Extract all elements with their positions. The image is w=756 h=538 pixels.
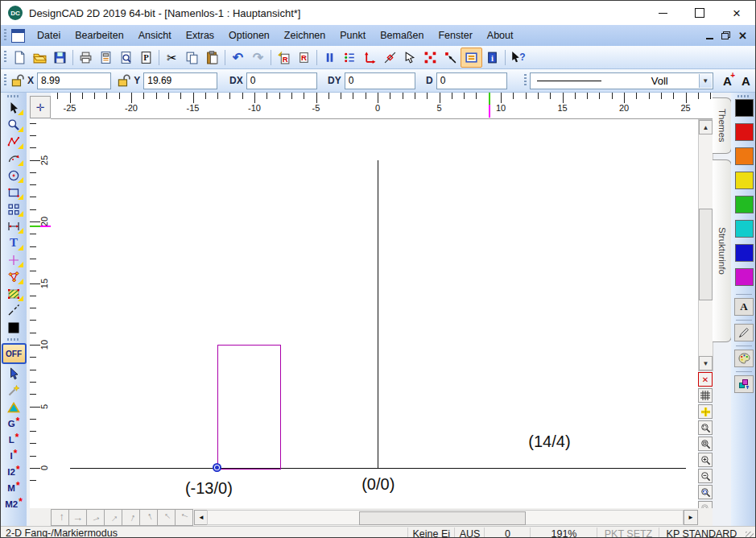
arc-tool-button[interactable] xyxy=(3,150,24,167)
color-swatch[interactable] xyxy=(735,99,754,117)
record-open-button[interactable]: R xyxy=(294,48,314,67)
color-swatch[interactable] xyxy=(735,147,754,165)
print-button[interactable] xyxy=(76,48,96,67)
toolbar-grip[interactable] xyxy=(737,95,750,97)
crosshair-toggle-button[interactable] xyxy=(698,404,713,419)
page-preview-button[interactable] xyxy=(116,48,136,67)
selection-handles-button[interactable] xyxy=(420,48,440,67)
dimension-tool-button[interactable] xyxy=(3,217,24,234)
current-color-button[interactable] xyxy=(3,319,24,336)
delete-view-button[interactable]: ✕ xyxy=(698,372,713,387)
horizontal-scrollbar[interactable] xyxy=(207,510,684,525)
circle-tool-button[interactable] xyxy=(3,167,24,184)
snap-intersection-button[interactable]: I* xyxy=(3,448,24,464)
array-tool-button[interactable] xyxy=(3,201,24,217)
x-axis-line[interactable] xyxy=(70,468,686,469)
tab-themes[interactable]: Themes xyxy=(713,97,732,154)
select-tool-button[interactable] xyxy=(3,99,24,116)
mdi-restore-icon[interactable] xyxy=(721,31,730,39)
polyline-tool-button[interactable] xyxy=(3,133,24,150)
menu-extras[interactable]: Extras xyxy=(179,25,221,46)
snap-off-button[interactable]: OFF xyxy=(2,343,27,364)
color-swatch[interactable] xyxy=(735,196,754,213)
toolbar-grip[interactable] xyxy=(7,338,20,341)
copy-button[interactable] xyxy=(182,48,202,67)
polygon-node-tool-button[interactable] xyxy=(3,268,24,285)
axes-button[interactable] xyxy=(360,48,380,67)
new-file-button[interactable] xyxy=(10,48,30,67)
open-file-button[interactable] xyxy=(30,48,50,67)
snap-line-button[interactable]: L* xyxy=(3,432,24,448)
scroll-right-button[interactable]: ► xyxy=(684,510,698,525)
resize-grip[interactable] xyxy=(746,532,754,538)
snap-select-button[interactable] xyxy=(3,365,24,382)
zoom-out-button[interactable] xyxy=(698,469,713,483)
grid-toggle-button[interactable] xyxy=(698,388,713,403)
close-button[interactable]: × xyxy=(718,1,755,25)
vertical-construction-line[interactable] xyxy=(378,160,378,469)
line-snap-button[interactable] xyxy=(380,48,400,67)
scroll-down-button[interactable]: ▼ xyxy=(699,356,713,370)
mdi-close-icon[interactable]: ✕ xyxy=(738,31,747,41)
menu-bearbeiten[interactable]: Bearbeiten xyxy=(68,25,130,46)
pan-up-right-low-button[interactable]: → xyxy=(86,509,105,526)
zoom-window-button[interactable] xyxy=(698,420,713,435)
toolbar-grip[interactable] xyxy=(4,74,6,87)
scroll-up-button[interactable]: ▲ xyxy=(699,120,713,134)
point-select-button[interactable] xyxy=(440,48,461,67)
snap-midpoint2-button[interactable]: M2* xyxy=(3,496,24,512)
horizontal-scroll-thumb[interactable] xyxy=(359,511,526,525)
pan-up-left-button[interactable]: → xyxy=(157,509,176,526)
minimize-button[interactable] xyxy=(644,1,681,25)
color-palette-button[interactable] xyxy=(734,350,754,367)
menu-zeichnen[interactable]: Zeichnen xyxy=(277,25,333,46)
menu-punkt[interactable]: Punkt xyxy=(333,25,373,46)
pan-up-right-steep-button[interactable]: → xyxy=(122,509,140,526)
text-style-button[interactable]: A xyxy=(737,72,755,89)
d-input[interactable] xyxy=(436,72,507,89)
hatch-tool-button[interactable] xyxy=(3,285,24,302)
record-new-button[interactable]: R xyxy=(274,48,294,67)
page-setup-button[interactable]: P xyxy=(136,48,156,67)
print-preview-button[interactable] xyxy=(96,48,116,67)
zoom-previous-button[interactable] xyxy=(698,485,713,499)
mdi-minimize-icon[interactable] xyxy=(706,38,713,39)
point-list-button[interactable] xyxy=(340,48,360,67)
toolbar-grip[interactable] xyxy=(4,51,6,64)
text-attributes-button[interactable]: A xyxy=(734,298,754,316)
undo-button[interactable]: ↶ xyxy=(228,48,248,67)
ruler-origin-button[interactable]: ✛ xyxy=(30,96,51,118)
color-swatch[interactable] xyxy=(735,123,754,141)
pan-up-left-steep-button[interactable]: → xyxy=(139,509,158,526)
pan-right-button[interactable]: → xyxy=(68,509,87,526)
cut-button[interactable]: ✂ xyxy=(162,48,182,67)
prism-button[interactable] xyxy=(3,399,24,416)
point-marker[interactable] xyxy=(213,463,221,472)
snap-gravity-button[interactable]: G* xyxy=(3,416,24,432)
toolbar-grip[interactable] xyxy=(4,29,6,42)
menu-about[interactable]: About xyxy=(480,25,521,46)
dx-input[interactable] xyxy=(246,72,317,89)
color-swatch[interactable] xyxy=(735,172,754,189)
y-input[interactable] xyxy=(143,72,217,89)
vertical-scrollbar[interactable]: ▲ ▼ xyxy=(698,119,713,371)
line-style-select[interactable]: Voll ▼ xyxy=(530,72,713,89)
magic-wand-button[interactable] xyxy=(3,382,24,399)
point-tool-button[interactable] xyxy=(3,251,24,268)
pan-up-button[interactable]: → xyxy=(51,509,69,526)
menu-datei[interactable]: Datei xyxy=(30,25,68,46)
line-type-button[interactable] xyxy=(3,302,24,319)
color-swatch[interactable] xyxy=(735,220,754,238)
paste-button[interactable] xyxy=(202,48,222,67)
rectangle-tool-button[interactable] xyxy=(3,184,24,201)
menu-ansicht[interactable]: Ansicht xyxy=(131,25,179,46)
color-swatch[interactable] xyxy=(735,244,754,262)
tab-strukturinfo[interactable]: Strukturinfo xyxy=(713,159,732,342)
redo-button[interactable]: ↷ xyxy=(248,48,268,67)
text-style-add-button[interactable]: A+ xyxy=(718,72,737,89)
snap-intersection2-button[interactable]: I2* xyxy=(3,464,24,480)
info-button[interactable]: i xyxy=(482,48,502,67)
maximize-button[interactable] xyxy=(681,1,718,25)
lock-y-icon[interactable] xyxy=(116,73,130,88)
pause-button[interactable] xyxy=(320,48,340,67)
